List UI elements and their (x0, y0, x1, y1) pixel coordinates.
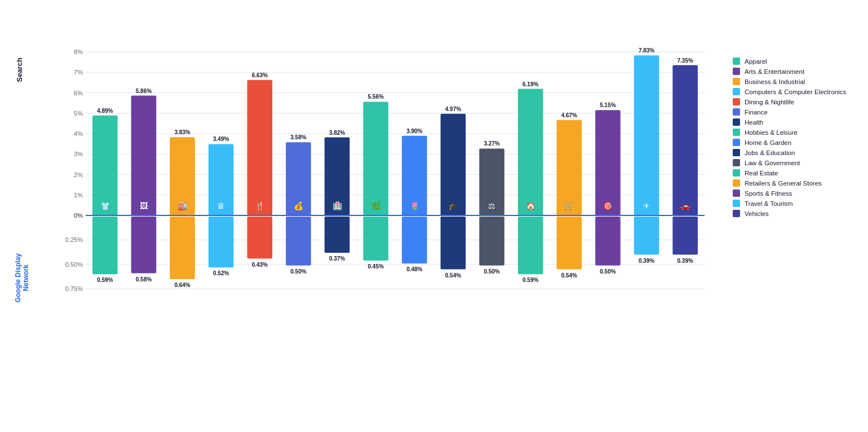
legend-color (733, 210, 740, 217)
legend-label: Jobs & Education (745, 149, 795, 156)
svg-text:5%: 5% (74, 110, 83, 117)
svg-text:1%: 1% (74, 192, 83, 199)
legend-color (733, 159, 740, 166)
legend-color (733, 88, 740, 95)
svg-rect-69 (441, 114, 466, 215)
svg-rect-52 (286, 217, 311, 266)
legend-color (733, 139, 740, 146)
svg-rect-32 (131, 217, 157, 274)
svg-text:👕: 👕 (100, 201, 110, 211)
svg-text:3.83%: 3.83% (174, 129, 190, 135)
legend-item: Real Estate (733, 169, 854, 177)
svg-text:3.49%: 3.49% (213, 136, 229, 142)
svg-text:🖥: 🖥 (217, 201, 225, 210)
svg-text:🌷: 🌷 (410, 201, 420, 211)
svg-text:7.35%: 7.35% (677, 58, 693, 64)
legend-item: Retailers & General Stores (733, 179, 854, 187)
svg-text:3.82%: 3.82% (329, 130, 345, 136)
svg-rect-62 (363, 217, 388, 261)
svg-text:4.67%: 4.67% (561, 112, 577, 118)
legend-color (733, 58, 740, 65)
svg-text:0.25%: 0.25% (65, 236, 83, 243)
svg-text:⚖: ⚖ (488, 201, 495, 210)
svg-rect-24 (92, 116, 118, 215)
legend-label: Real Estate (745, 170, 778, 177)
svg-rect-42 (209, 217, 234, 267)
page: Search Google DisplayNetwork 8%7%6%5%4%3… (0, 0, 868, 432)
svg-rect-102 (672, 217, 698, 255)
svg-text:3%: 3% (74, 151, 83, 157)
legend-item: Vehicles (733, 210, 854, 217)
svg-text:🚗: 🚗 (680, 201, 690, 211)
search-axis-label: Search (15, 58, 24, 82)
legend-label: Finance (745, 109, 768, 116)
svg-text:🎯: 🎯 (603, 201, 613, 211)
svg-rect-47 (247, 217, 273, 259)
legend-label: Business & Industrial (745, 78, 805, 85)
svg-text:7%: 7% (74, 69, 83, 76)
svg-text:0.50%: 0.50% (600, 268, 615, 275)
svg-rect-99 (672, 65, 698, 215)
svg-rect-97 (634, 217, 659, 255)
svg-text:6.19%: 6.19% (522, 81, 538, 87)
svg-rect-29 (131, 96, 157, 215)
legend-item: Hobbies & Leisure (733, 129, 854, 136)
svg-text:0.58%: 0.58% (136, 276, 152, 283)
svg-text:5.15%: 5.15% (600, 102, 615, 108)
svg-rect-82 (518, 217, 543, 274)
svg-text:2%: 2% (74, 171, 83, 178)
svg-text:4.97%: 4.97% (445, 106, 461, 112)
svg-text:0.39%: 0.39% (677, 258, 693, 264)
svg-rect-89 (595, 110, 621, 215)
svg-text:0.50%: 0.50% (290, 268, 306, 275)
svg-rect-57 (325, 217, 350, 253)
svg-text:6%: 6% (74, 90, 83, 96)
legend-item: Apparel (733, 58, 854, 65)
svg-text:0.54%: 0.54% (445, 272, 461, 279)
svg-text:3.90%: 3.90% (406, 128, 422, 134)
legend-item: Computers & Computer Electronics (733, 88, 854, 95)
legend-label: Retailers & General Stores (745, 180, 822, 187)
legend-item: Law & Government (733, 159, 854, 166)
legend-item: Arts & Entertainment (733, 68, 854, 75)
legend-label: Law & Government (745, 160, 800, 166)
svg-text:🏥: 🏥 (333, 201, 343, 211)
legend-item: Business & Industrial (733, 78, 854, 85)
svg-text:4%: 4% (74, 130, 83, 137)
svg-text:0.43%: 0.43% (252, 262, 268, 268)
svg-rect-72 (441, 217, 466, 270)
legend-label: Hobbies & Leisure (745, 129, 798, 136)
legend-color (733, 68, 740, 75)
svg-rect-77 (479, 217, 504, 266)
svg-rect-37 (170, 217, 195, 279)
legend-item: Jobs & Education (733, 149, 854, 156)
svg-rect-94 (634, 55, 659, 215)
legend-label: Computers & Computer Electronics (745, 89, 846, 95)
svg-text:🌿: 🌿 (371, 201, 381, 211)
svg-text:6.63%: 6.63% (252, 72, 268, 78)
chart-wrapper: Search Google DisplayNetwork 8%7%6%5%4%3… (14, 41, 854, 353)
svg-text:🏠: 🏠 (526, 201, 536, 211)
svg-rect-87 (557, 217, 582, 270)
legend-label: Sports & Fitness (745, 190, 792, 197)
svg-text:3.27%: 3.27% (484, 140, 499, 147)
svg-text:0.59%: 0.59% (97, 277, 113, 283)
svg-rect-67 (402, 217, 427, 263)
legend-color (733, 169, 740, 177)
legend-color (733, 149, 740, 156)
svg-text:0.54%: 0.54% (561, 272, 577, 279)
svg-text:🏭: 🏭 (178, 201, 188, 211)
svg-text:0.75%: 0.75% (65, 285, 83, 292)
legend-label: Health (745, 119, 763, 126)
display-axis-label: Google DisplayNetwork (14, 253, 30, 302)
svg-text:0.52%: 0.52% (213, 270, 229, 276)
svg-text:✈: ✈ (643, 201, 650, 210)
legend-item: Travel & Tourism (733, 200, 854, 207)
svg-text:0.64%: 0.64% (174, 282, 190, 288)
svg-text:0.45%: 0.45% (368, 263, 384, 270)
svg-text:3.58%: 3.58% (290, 134, 306, 140)
legend-color (733, 200, 740, 207)
svg-text:0.37%: 0.37% (329, 255, 345, 262)
svg-text:0.39%: 0.39% (639, 258, 654, 264)
legend-label: Travel & Tourism (745, 200, 793, 207)
